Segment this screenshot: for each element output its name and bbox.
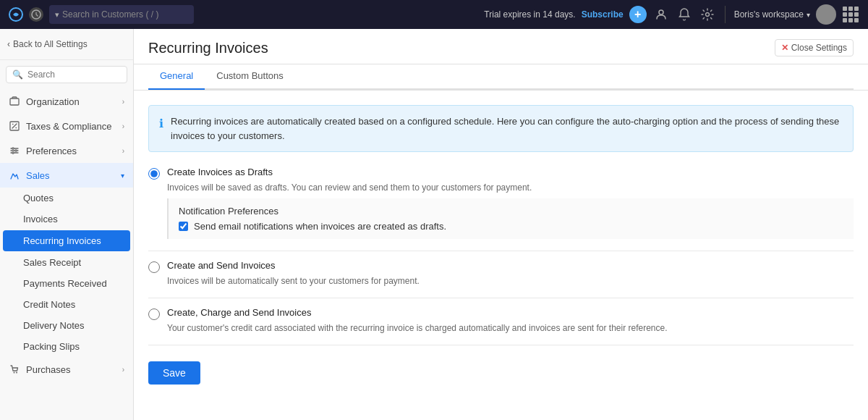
back-arrow-icon: ‹ bbox=[7, 39, 10, 49]
sidebar-item-sales[interactable]: Sales ▾ bbox=[0, 163, 133, 188]
divider-3 bbox=[148, 345, 854, 345]
chevron-right-icon: › bbox=[122, 122, 124, 130]
search-input[interactable] bbox=[62, 9, 185, 20]
tab-custom-buttons[interactable]: Custom Buttons bbox=[205, 64, 295, 90]
preferences-icon bbox=[9, 145, 20, 156]
info-banner: ℹ Recurring invoices are automatically c… bbox=[148, 105, 854, 152]
sidebar-item-purchases[interactable]: Purchases › bbox=[0, 357, 133, 382]
option-drafts-label: Create Invoices as Drafts bbox=[167, 167, 273, 177]
sidebar-item-preferences[interactable]: Preferences › bbox=[0, 138, 133, 163]
sidebar-item-taxes[interactable]: Taxes & Compliance › bbox=[0, 114, 133, 138]
subnav-credit-notes[interactable]: Credit Notes bbox=[0, 294, 133, 315]
notif-label: Send email notifications when invoices a… bbox=[194, 221, 446, 232]
bell-icon[interactable] bbox=[676, 6, 693, 23]
svg-point-2 bbox=[659, 10, 663, 14]
main-layout: ‹ Back to All Settings 🔍 Organization › … bbox=[0, 29, 868, 420]
chevron-right-icon: › bbox=[122, 366, 124, 374]
search-dropdown-icon[interactable]: ▾ bbox=[55, 10, 59, 20]
organization-icon bbox=[9, 96, 20, 107]
svg-point-8 bbox=[12, 152, 14, 154]
main-content: Recurring Invoices ✕ Close Settings Gene… bbox=[134, 29, 868, 420]
close-settings-button[interactable]: ✕ Close Settings bbox=[775, 39, 854, 56]
taxes-icon bbox=[9, 120, 20, 132]
subnav-sales-receipt[interactable]: Sales Receipt bbox=[0, 252, 133, 273]
subscribe-button[interactable]: Subscribe bbox=[582, 9, 624, 20]
subnav-recurring-invoices[interactable]: Recurring Invoices bbox=[3, 230, 130, 251]
save-button[interactable]: Save bbox=[148, 361, 200, 385]
radio-send[interactable] bbox=[148, 261, 160, 273]
option-charge: Create, Charge and Send Invoices Your cu… bbox=[148, 307, 854, 333]
page-title: Recurring Invoices bbox=[148, 40, 268, 64]
svg-point-3 bbox=[705, 13, 709, 17]
search-icon: 🔍 bbox=[12, 70, 23, 80]
tab-general[interactable]: General bbox=[148, 64, 205, 90]
info-icon: ℹ bbox=[159, 115, 163, 143]
settings-icon[interactable] bbox=[699, 6, 716, 23]
chevron-right-icon: › bbox=[122, 98, 124, 106]
subnav-packing-slips[interactable]: Packing Slips bbox=[0, 336, 133, 357]
subnav-delivery-notes[interactable]: Delivery Notes bbox=[0, 315, 133, 336]
svg-point-9 bbox=[14, 372, 15, 374]
option-charge-label: Create, Charge and Send Invoices bbox=[167, 307, 311, 318]
subnav-invoices[interactable]: Invoices bbox=[0, 209, 133, 230]
topbar: ▾ Trial expires in 14 days. Subscribe + … bbox=[0, 0, 868, 29]
grid-icon[interactable] bbox=[842, 6, 859, 23]
option-send: Create and Send Invoices Invoices will b… bbox=[148, 260, 854, 286]
subnav-quotes[interactable]: Quotes bbox=[0, 188, 133, 209]
svg-point-7 bbox=[15, 150, 17, 151]
app-logo[interactable] bbox=[9, 7, 23, 22]
sidebar-item-organization[interactable]: Organization › bbox=[0, 89, 133, 114]
sales-icon bbox=[9, 169, 20, 181]
chevron-right-icon: › bbox=[122, 147, 124, 155]
option-drafts: Create Invoices as Drafts Invoices will … bbox=[148, 167, 854, 239]
trial-text: Trial expires in 14 days. bbox=[484, 9, 575, 20]
svg-rect-4 bbox=[10, 98, 19, 105]
search-bar[interactable]: ▾ bbox=[49, 5, 194, 24]
close-x-icon: ✕ bbox=[781, 43, 788, 53]
workspace-selector[interactable]: Boris's workspace ▾ bbox=[734, 9, 810, 20]
notification-prefs: Notification Preferences Send email noti… bbox=[167, 198, 854, 239]
back-to-settings[interactable]: ‹ Back to All Settings bbox=[0, 29, 133, 60]
radio-charge[interactable] bbox=[148, 308, 160, 320]
people-icon[interactable] bbox=[652, 6, 670, 23]
divider bbox=[725, 6, 726, 23]
divider bbox=[148, 251, 854, 251]
svg-point-6 bbox=[12, 148, 14, 149]
svg-point-10 bbox=[16, 372, 17, 374]
main-body: ℹ Recurring invoices are automatically c… bbox=[134, 91, 868, 420]
option-charge-desc: Your customer's credit card associated w… bbox=[167, 323, 854, 333]
main-header: Recurring Invoices ✕ Close Settings bbox=[134, 29, 868, 64]
sidebar-search[interactable]: 🔍 bbox=[6, 66, 127, 83]
radio-drafts[interactable] bbox=[148, 168, 160, 180]
notif-checkbox[interactable] bbox=[179, 222, 188, 231]
divider-2 bbox=[148, 298, 854, 298]
notif-title: Notification Preferences bbox=[179, 206, 843, 217]
tabs: General Custom Buttons bbox=[148, 64, 854, 90]
purchases-icon bbox=[9, 364, 20, 375]
option-send-desc: Invoices will be automatically sent to y… bbox=[167, 276, 854, 286]
subnav-payments-received[interactable]: Payments Received bbox=[0, 273, 133, 294]
avatar[interactable] bbox=[816, 4, 836, 25]
timer-icon[interactable] bbox=[29, 7, 43, 22]
sidebar: ‹ Back to All Settings 🔍 Organization › … bbox=[0, 29, 134, 420]
chevron-down-icon: ▾ bbox=[121, 172, 124, 180]
option-send-label: Create and Send Invoices bbox=[167, 260, 276, 271]
add-button[interactable]: + bbox=[629, 6, 647, 23]
option-drafts-desc: Invoices will be saved as drafts. You ca… bbox=[167, 182, 854, 193]
sales-subnav: Quotes Invoices Recurring Invoices Sales… bbox=[0, 188, 133, 357]
sidebar-search-input[interactable] bbox=[27, 70, 121, 80]
